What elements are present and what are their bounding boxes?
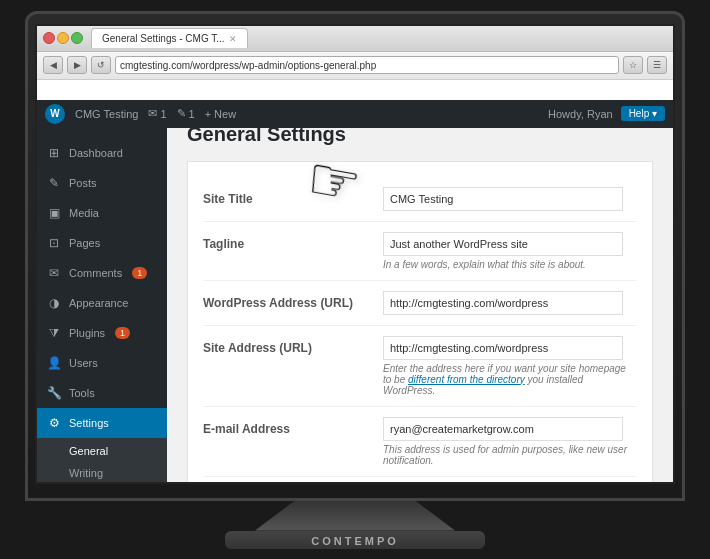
dashboard-icon: ⊞ — [47, 146, 61, 160]
form-row-tagline: Tagline In a few words, explain what thi… — [203, 222, 637, 281]
address-text: cmgtesting.com/wordpress/wp-admin/option… — [120, 60, 376, 71]
browser-toolbar: ◀ ▶ ↺ cmgtesting.com/wordpress/wp-admin/… — [37, 52, 673, 80]
admin-bar-comments: ✉ 1 — [148, 108, 166, 121]
comments-icon: ✉ — [47, 266, 61, 280]
field-wp-address — [383, 291, 637, 315]
sidebar-label-tools: Tools — [69, 387, 95, 399]
sidebar-label-appearance: Appearance — [69, 297, 128, 309]
tab-close-icon[interactable]: ✕ — [229, 34, 237, 44]
admin-bar-right: Howdy, Ryan Help ▾ — [548, 108, 665, 122]
tab-title: General Settings - CMG T... — [102, 33, 225, 44]
browser-titlebar: General Settings - CMG T... ✕ — [37, 26, 673, 52]
sidebar-label-plugins: Plugins — [69, 327, 105, 339]
admin-bar: W CMG Testing ✉ 1 ✎ 1 + New Howdy, Ryan … — [37, 108, 673, 128]
win-min[interactable] — [57, 32, 69, 44]
input-tagline[interactable] — [383, 232, 623, 256]
label-site-title: Site Title — [203, 187, 363, 206]
sidebar: ⊞ Dashboard ✎ Posts ▣ Media ⊡ Pages — [37, 108, 167, 484]
sidebar-label-pages: Pages — [69, 237, 100, 249]
hint-tagline: In a few words, explain what this site i… — [383, 259, 637, 270]
win-close[interactable] — [43, 32, 55, 44]
form-row-site-title: Site Title — [203, 177, 637, 222]
sidebar-item-pages[interactable]: ⊡ Pages — [37, 228, 167, 258]
address-bar[interactable]: cmgtesting.com/wordpress/wp-admin/option… — [115, 56, 619, 74]
monitor-bottom: CONTEMPO — [225, 501, 485, 549]
sidebar-label-comments: Comments — [69, 267, 122, 279]
sidebar-label-dashboard: Dashboard — [69, 147, 123, 159]
field-email: This address is used for admin purposes,… — [383, 417, 637, 466]
users-icon: 👤 — [47, 356, 61, 370]
sidebar-item-media[interactable]: ▣ Media — [37, 198, 167, 228]
monitor-label: CONTEMPO — [311, 535, 399, 547]
sidebar-item-settings[interactable]: ⚙ Settings — [37, 408, 167, 438]
input-site-title[interactable] — [383, 187, 623, 211]
input-email[interactable] — [383, 417, 623, 441]
comments-badge: 1 — [132, 267, 147, 279]
field-site-address: Enter the address here if you want your … — [383, 336, 637, 396]
plugins-icon: ⧩ — [47, 326, 61, 340]
wp-logo[interactable]: W — [45, 108, 65, 124]
field-site-title — [383, 187, 637, 211]
menu-icon[interactable]: ☰ — [647, 56, 667, 74]
label-site-address: Site Address (URL) — [203, 336, 363, 355]
admin-bar-site: CMG Testing — [75, 108, 138, 120]
form-row-email: E-mail Address This address is used for … — [203, 407, 637, 477]
wp-body: W CMG Testing ✉ 1 ✎ 1 + New Howdy, Ryan … — [37, 108, 673, 484]
admin-bar-new[interactable]: + New — [205, 108, 237, 120]
media-icon: ▣ — [47, 206, 61, 220]
monitor-outer: General Settings - CMG T... ✕ ◀ ▶ ↺ cmgt… — [25, 11, 685, 501]
sidebar-label-settings: Settings — [69, 417, 109, 429]
sidebar-item-plugins[interactable]: ⧩ Plugins 1 — [37, 318, 167, 348]
back-button[interactable]: ◀ — [43, 56, 63, 74]
win-max[interactable] — [71, 32, 83, 44]
settings-icon: ⚙ — [47, 416, 61, 430]
form-row-membership: Membership Anyone can register — [203, 477, 637, 484]
forward-button[interactable]: ▶ — [67, 56, 87, 74]
form-row-wp-address: WordPress Address (URL) — [203, 281, 637, 326]
label-email: E-mail Address — [203, 417, 363, 436]
sidebar-item-posts[interactable]: ✎ Posts — [37, 168, 167, 198]
appearance-icon: ◑ — [47, 296, 61, 310]
sidebar-item-appearance[interactable]: ◑ Appearance — [37, 288, 167, 318]
input-wp-address[interactable] — [383, 291, 623, 315]
main-content: General Settings Site Title Tagline — [167, 108, 673, 484]
posts-icon: ✎ — [47, 176, 61, 190]
sidebar-item-users[interactable]: 👤 Users — [37, 348, 167, 378]
settings-form: Site Title Tagline In a few words, expla… — [187, 161, 653, 484]
hint-email: This address is used for admin purposes,… — [383, 444, 637, 466]
pages-icon: ⊡ — [47, 236, 61, 250]
star-icon[interactable]: ☆ — [623, 56, 643, 74]
howdy-text: Howdy, Ryan — [548, 108, 613, 120]
sidebar-label-media: Media — [69, 207, 99, 219]
different-link[interactable]: different from the directory — [408, 374, 525, 385]
tools-icon: 🔧 — [47, 386, 61, 400]
form-row-site-address: Site Address (URL) Enter the address her… — [203, 326, 637, 407]
help-button[interactable]: Help ▾ — [621, 108, 665, 122]
sidebar-item-tools[interactable]: 🔧 Tools — [37, 378, 167, 408]
plugins-badge: 1 — [115, 327, 130, 339]
reload-button[interactable]: ↺ — [91, 56, 111, 74]
submenu-writing[interactable]: Writing — [37, 462, 167, 484]
sidebar-label-posts: Posts — [69, 177, 97, 189]
monitor-stand — [255, 501, 455, 531]
browser-tab[interactable]: General Settings - CMG T... ✕ — [91, 28, 248, 48]
sidebar-item-dashboard[interactable]: ⊞ Dashboard — [37, 138, 167, 168]
field-tagline: In a few words, explain what this site i… — [383, 232, 637, 270]
monitor-screen: General Settings - CMG T... ✕ ◀ ▶ ↺ cmgt… — [35, 24, 675, 484]
sidebar-item-comments[interactable]: ✉ Comments 1 — [37, 258, 167, 288]
submenu-general[interactable]: General — [37, 440, 167, 462]
label-wp-address: WordPress Address (URL) — [203, 291, 363, 310]
label-tagline: Tagline — [203, 232, 363, 251]
input-site-address[interactable] — [383, 336, 623, 360]
settings-submenu: General Writing Reading Discussion Media — [37, 438, 167, 484]
sidebar-label-users: Users — [69, 357, 98, 369]
admin-bar-posts: ✎ 1 — [177, 108, 195, 121]
hint-site-address: Enter the address here if you want your … — [383, 363, 637, 396]
